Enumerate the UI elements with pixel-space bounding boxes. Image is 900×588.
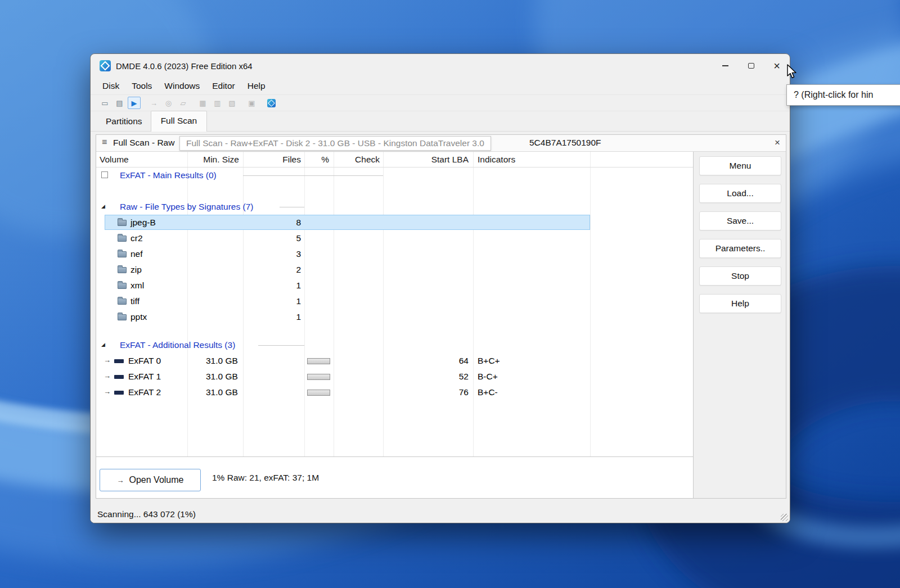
col-min-size[interactable]: Min. Size	[187, 155, 239, 165]
panel-close-icon[interactable]: ×	[775, 137, 780, 148]
indicators-value: B+C+	[478, 356, 500, 366]
section-label: ExFAT - Additional Results (3)	[120, 340, 235, 350]
table-rows: ExFAT - Main Results (0) ◢ Raw - File Ty…	[96, 168, 693, 400]
open-volume-button[interactable]: → Open Volume	[100, 469, 201, 491]
menu-tools[interactable]: Tools	[125, 79, 158, 93]
table-row-nef[interactable]: nef 3	[96, 246, 693, 262]
tabbar: Partitions Full Scan	[91, 111, 790, 132]
search-icon[interactable]: ◎	[162, 97, 175, 109]
stop-button[interactable]: Stop	[699, 266, 781, 286]
volume-icon	[114, 391, 124, 395]
section-rule	[258, 345, 304, 346]
start-lba-value: 52	[383, 372, 469, 382]
titlebar[interactable]: DMDE 4.0.6 (2023) Free Edition x64 ×	[91, 54, 790, 78]
table-row-xml[interactable]: xml 1	[96, 278, 693, 293]
menu-windows[interactable]: Windows	[158, 79, 206, 93]
menu-disk[interactable]: Disk	[96, 79, 125, 93]
maximize-icon	[748, 63, 754, 69]
minimize-icon	[722, 65, 728, 66]
device-list-icon[interactable]: ▤	[113, 97, 126, 109]
table-row-exfat2[interactable]: → ExFAT 2 31.0 GB 76 B+C-	[96, 385, 693, 400]
start-lba-value: 64	[383, 356, 469, 366]
panel-title-left: Full Scan - Raw	[113, 138, 174, 148]
table-row-zip[interactable]: zip 2	[96, 262, 693, 278]
maximize-button[interactable]	[738, 54, 764, 78]
volume-name: xml	[130, 281, 144, 291]
hex-editor-icon[interactable]: ▧	[226, 97, 238, 109]
tab-full-scan[interactable]: Full Scan	[151, 111, 208, 132]
help-button[interactable]: Help	[699, 294, 781, 313]
checkbox-icon[interactable]	[101, 171, 108, 178]
menu-help[interactable]: Help	[241, 79, 272, 93]
table-row-jpeg[interactable]: jpeg-B 8	[96, 215, 693, 230]
hint-tooltip-text: ? (Right-click for hin	[794, 90, 873, 100]
table-row-exfat1[interactable]: → ExFAT 1 31.0 GB 52 B-C+	[96, 369, 693, 385]
panel-title-tooltip: Full Scan - Raw+ExFAT - Disk 2 - 31.0 GB…	[179, 136, 491, 151]
jump-arrow-icon[interactable]: →	[104, 372, 111, 380]
new-volume-icon[interactable]: ▭	[98, 97, 111, 109]
jump-arrow-icon[interactable]: →	[104, 387, 111, 396]
windows-layout-icon[interactable]: ▣	[245, 97, 258, 109]
min-size-value: 31.0 GB	[206, 387, 238, 397]
expander-icon[interactable]: ◢	[101, 342, 105, 347]
files-count: 3	[243, 249, 301, 259]
folder-icon	[118, 267, 127, 273]
minimize-button[interactable]	[712, 54, 738, 78]
expander-icon[interactable]: ◢	[101, 203, 105, 209]
volume-name: ExFAT 0	[128, 356, 161, 366]
goto-sector-icon[interactable]: →	[147, 97, 160, 109]
mouse-cursor	[786, 64, 801, 82]
tab-partitions[interactable]: Partitions	[97, 114, 151, 131]
volume-name: nef	[130, 249, 143, 259]
folder-icon	[118, 236, 127, 242]
progress-bar	[307, 390, 330, 396]
load-button[interactable]: Load...	[699, 184, 781, 203]
section-row-main-results[interactable]: ExFAT - Main Results (0)	[96, 168, 693, 183]
side-button-panel: Menu Load... Save... Parameters.. Stop H…	[694, 152, 786, 498]
open-volume-arrow-icon: →	[117, 476, 124, 485]
table-row-pptx[interactable]: pptx 1	[96, 309, 693, 325]
full-scan-panel: ≡ Full Scan - Raw 5C4B7A1750190F Full Sc…	[96, 134, 786, 499]
hint-tooltip: ? (Right-click for hin	[786, 84, 900, 106]
section-row-raw-signatures[interactable]: ◢ Raw - File Types by Signatures (7)	[96, 199, 693, 215]
folder-icon	[118, 298, 127, 305]
start-lba-value: 76	[383, 387, 469, 397]
col-start-lba[interactable]: Start LBA	[383, 155, 469, 165]
continue-scan-icon[interactable]: ▶	[128, 97, 141, 109]
menu-button[interactable]: Menu	[699, 156, 781, 175]
panel-menu-icon[interactable]: ≡	[102, 137, 107, 147]
parameters-button[interactable]: Parameters..	[699, 239, 781, 258]
jump-arrow-icon[interactable]: →	[104, 356, 111, 364]
col-check[interactable]: Check	[334, 155, 380, 165]
dmde-logo-icon[interactable]	[265, 97, 278, 109]
col-percent[interactable]: %	[304, 155, 329, 165]
save-button[interactable]: Save...	[699, 211, 781, 230]
volume-icon	[114, 359, 124, 363]
files-count: 1	[243, 312, 301, 322]
table-row-exfat0[interactable]: → ExFAT 0 31.0 GB 64 B+C+	[96, 353, 693, 369]
table-row-cr2[interactable]: cr2 5	[96, 230, 693, 246]
volume-name: zip	[130, 265, 142, 275]
resize-grip[interactable]	[781, 514, 788, 521]
sector-view-icon[interactable]: ▥	[211, 97, 224, 109]
col-volume[interactable]: Volume	[100, 155, 129, 165]
cluster-map-icon[interactable]: ▦	[196, 97, 209, 109]
toolbar: ▭ ▤ ▶ → ◎ ▱ ▦ ▥ ▧ ▣	[91, 95, 790, 111]
menu-editor[interactable]: Editor	[206, 79, 241, 93]
section-row-additional-results[interactable]: ◢ ExFAT - Additional Results (3)	[96, 337, 693, 353]
results-table: Volume Min. Size Files ˇ % Check Start L…	[96, 152, 693, 456]
col-files[interactable]: Files	[243, 155, 301, 165]
volume-name: jpeg-B	[130, 218, 156, 228]
folder-icon	[118, 251, 127, 257]
app-logo-icon	[100, 60, 111, 71]
progress-bar	[307, 374, 330, 380]
volume-name: cr2	[130, 233, 143, 243]
col-indicators[interactable]: Indicators	[478, 155, 515, 165]
volume-name: ExFAT 1	[128, 372, 161, 382]
table-spacer-row	[96, 183, 693, 199]
section-label: ExFAT - Main Results (0)	[120, 170, 217, 180]
volume-name: pptx	[130, 312, 147, 322]
copy-sectors-icon[interactable]: ▱	[177, 97, 190, 109]
indicators-value: B+C-	[478, 387, 498, 397]
table-row-tiff[interactable]: tiff 1	[96, 293, 693, 309]
